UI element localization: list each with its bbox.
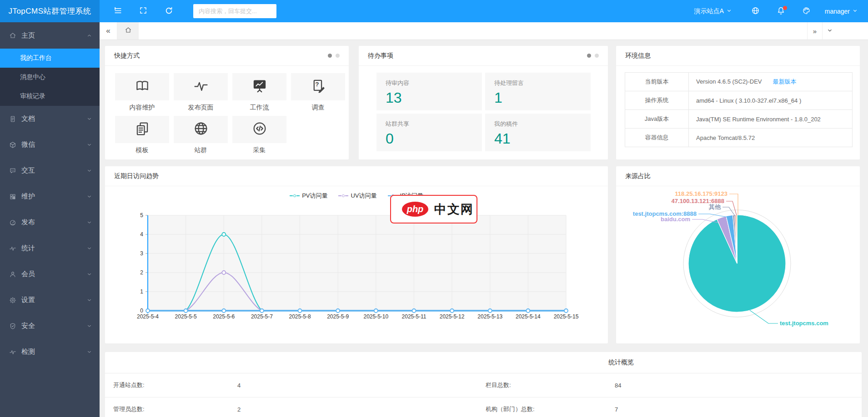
svg-text:2025-5-13: 2025-5-13 [477,313,502,320]
fullscreen-button[interactable] [130,0,156,22]
todo-stat[interactable]: 站群共享0 [376,114,482,151]
shortcut-label: 站群 [174,143,228,159]
sidebar-subitem[interactable]: 消息中心 [0,68,100,87]
search-input[interactable] [193,4,276,18]
sidebar-item-4[interactable]: 维护 [0,184,100,209]
language-button[interactable] [743,0,768,22]
card-title: 来源占比 [625,172,651,180]
overview-value: 84 [615,382,862,389]
notifications-button[interactable] [768,0,794,22]
shortcut-survey[interactable]: ?调查 [291,73,345,116]
shortcut-book[interactable]: 内容维护 [115,73,169,116]
carousel-dots[interactable] [328,54,340,58]
stat-label: 待审内容 [386,79,482,87]
shortcut-label: 内容维护 [115,100,169,116]
chevron-down-icon [86,323,92,329]
legend-item[interactable]: UV访问量 [338,192,376,200]
svg-text:2025-5-15: 2025-5-15 [554,313,579,320]
card-title: 环境信息 [625,52,651,60]
env-value: Version 4.6.5 (SC2)-DEV最新版本 [689,73,853,91]
svg-text:2: 2 [140,269,143,276]
book-icon [135,78,150,95]
env-label: 操作系统 [625,91,689,110]
overview-rows: 开通站点数:4栏目总数:84管理员总数:2机构（部门）总数:7 [105,373,862,417]
pie-chart: test.jtopcms.combaidu.comtest.jtopcms.co… [616,186,860,345]
env-value: Apache Tomcat/8.5.72 [689,129,853,147]
todos-card: 待办事项 待审内容13待处理留言1站群共享0我的稿件41 [359,46,608,159]
sidebar-item-9[interactable]: 安全 [0,313,100,339]
svg-text:4: 4 [140,231,143,238]
environment-card: 环境信息 当前版本Version 4.6.5 (SC2)-DEV最新版本操作系统… [616,46,860,159]
sidebar-item-7[interactable]: 会员 [0,261,100,287]
sidebar-item-2[interactable]: 微信 [0,132,100,158]
site-selector[interactable]: 演示站点A [694,7,732,15]
shortcut-sites[interactable]: 站群 [174,116,228,159]
tabs-scroll-left-button[interactable]: « [100,22,117,40]
php-watermark: php 中文网 [390,195,477,223]
todo-stat[interactable]: 待审内容13 [376,73,482,110]
shortcut-template[interactable]: 模板 [115,116,169,159]
svg-text:2025-5-12: 2025-5-12 [440,313,465,320]
env-label: 当前版本 [625,73,689,91]
card-header: 近期日访问趋势 [105,166,608,186]
card-header: 统计概览 [105,352,862,373]
chevron-up-icon [86,33,92,39]
svg-text:?: ? [315,81,319,88]
sidebar-item-label: 会员 [21,270,35,278]
tabs-scroll-right-button[interactable]: » [807,22,822,40]
menu-icon [114,6,122,16]
svg-text:5: 5 [140,212,143,218]
sidebar-item-0[interactable]: 主页 [0,22,100,49]
svg-text:test.jtopcms.com: test.jtopcms.com [780,320,828,327]
shortcut-label: 采集 [232,143,286,159]
overview-label: 机构（部门）总数: [486,405,615,413]
shortcut-workflow[interactable]: 工作流 [232,73,286,116]
sidebar-item-label: 设置 [21,296,35,304]
shortcut-grid: 内容维护发布页面工作流?调查模板站群采集 [105,66,349,159]
refresh-button[interactable] [156,0,181,22]
sidebar-item-10[interactable]: 检测 [0,339,100,365]
shortcut-pulse[interactable]: 发布页面 [174,73,228,116]
sidebar-item-label: 统计 [21,244,35,253]
topbar-right: 演示站点A manager [694,0,868,22]
theme-button[interactable] [794,0,819,22]
todo-stat[interactable]: 我的稿件41 [485,114,591,151]
chevron-down-icon [86,271,92,277]
chevron-down-icon [86,297,92,303]
legend-item[interactable]: PV访问量 [290,192,327,200]
tab-home[interactable] [117,22,139,40]
chevron-down-icon [827,27,833,35]
svg-text:2025-5-7: 2025-5-7 [251,313,273,320]
sidebar-item-6[interactable]: 统计 [0,235,100,261]
sidebar-item-5[interactable]: 发布 [0,209,100,235]
sidebar-item-1[interactable]: 文档 [0,106,100,132]
notification-badge [783,6,787,10]
sidebar-item-label: 文档 [21,114,35,123]
sidebar-toggle-button[interactable] [105,0,130,22]
chevron-down-icon [86,142,92,148]
env-label: 容器信息 [625,129,689,147]
chevron-down-icon [86,219,92,225]
overview-value: 4 [237,382,486,389]
shortcut-collect[interactable]: 采集 [232,116,286,159]
env-label: Java版本 [625,110,689,129]
chevron-down-icon [852,8,858,15]
carousel-dots[interactable] [587,54,599,58]
todo-stat[interactable]: 待处理留言1 [485,73,591,110]
template-icon [135,121,150,138]
sidebar-item-label: 发布 [21,218,35,227]
tabs-menu-button[interactable] [822,22,837,40]
sidebar-item-3[interactable]: 交互 [0,158,100,184]
maintain-icon [9,193,16,200]
user-menu[interactable]: manager [825,8,858,15]
sidebar-subitem[interactable]: 我的工作台 [0,49,100,68]
settings-icon [9,297,16,304]
card-header: 环境信息 [616,46,860,66]
sidebar-item-8[interactable]: 设置 [0,287,100,313]
overview-row: 管理员总数:2机构（部门）总数:7 [105,397,862,417]
svg-text:2025-5-8: 2025-5-8 [289,313,311,320]
latest-version-link[interactable]: 最新版本 [773,78,797,85]
main-content: 快捷方式 内容维护发布页面工作流?调查模板站群采集 待办事项 待审内容13待处理… [100,40,868,417]
svg-text:2025-5-10: 2025-5-10 [363,313,388,320]
sidebar-subitem[interactable]: 审核记录 [0,87,100,106]
